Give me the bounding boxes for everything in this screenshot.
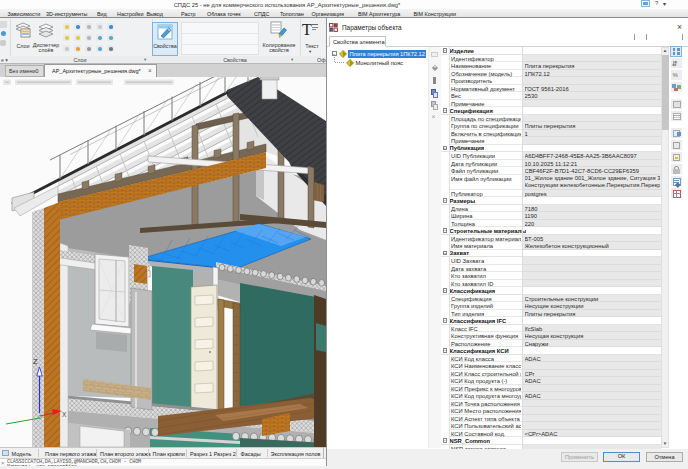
svg-text:Z: Z: [33, 357, 38, 366]
svg-text:X: X: [62, 411, 67, 418]
